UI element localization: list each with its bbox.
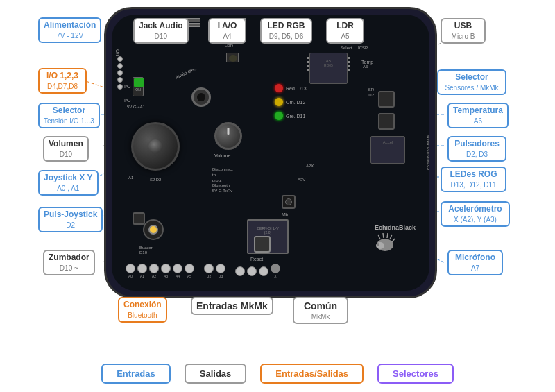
rgb-leds: Red. D13 Orn. D12 Gre. D11 — [275, 84, 307, 120]
circuit-board: I/O I/O I/O ON 5V G +A1 — [104, 7, 437, 298]
svg-line-26 — [392, 239, 395, 242]
svg-line-23 — [383, 233, 384, 238]
on-off-switch: ON — [133, 77, 144, 96]
audio-die-label: Audio die... — [174, 65, 198, 80]
voltage-labels: 5V G +A1 — [127, 105, 145, 109]
iao-label: I A/O A4 — [208, 18, 246, 44]
svg-point-29 — [377, 244, 378, 244]
buzzer — [143, 219, 164, 240]
legend-entradas: Entradas — [101, 364, 171, 384]
io-label2: I/O — [124, 98, 130, 103]
audio-jack — [191, 87, 211, 107]
volume-knob — [214, 122, 242, 150]
svg-line-22 — [378, 235, 380, 239]
puls-joystick-button — [133, 212, 145, 225]
icsp-label: ICSP — [358, 46, 368, 50]
select-label: Select — [341, 46, 352, 50]
a1-label: A1 — [128, 176, 133, 180]
usb-label: USB Micro B — [441, 18, 486, 44]
reset-label: Reset — [250, 257, 263, 262]
board-body: I/O I/O I/O ON 5V G +A1 — [104, 7, 437, 298]
selector-tension-label: Selector Tensión I/O 1...3 — [38, 103, 100, 128]
led-red — [275, 84, 283, 92]
legend-salidas: Salidas — [185, 364, 247, 384]
svg-point-27 — [376, 242, 384, 249]
conexion-bt-label: Conexión Bluetooth — [118, 297, 167, 323]
pulsadores-buttons — [378, 91, 395, 130]
volumen-label: Volumen D10 — [43, 136, 89, 162]
zumbador-label: Zumbador D10 ~ — [43, 250, 95, 275]
ldr-label-box: LDR A5 — [326, 18, 364, 44]
left-connector — [117, 56, 123, 90]
hedgehog-logo: EchidnaBlack — [375, 224, 416, 256]
io123-label: I/O 1,2,3 D4,D7,D8 — [38, 68, 87, 94]
website-label: www.echidna.es — [427, 135, 429, 171]
bottom-legend: Entradas Salidas Entradas/Salidas Select… — [0, 364, 555, 384]
bt-text: Disconnecttoprog.Bluetooth5V G TxRv — [212, 167, 233, 194]
a6-label: A6 — [363, 65, 368, 69]
temp-label: Temp — [361, 60, 373, 65]
legend-entradas-salidas: Entradas/Salidas — [260, 364, 364, 384]
ldr-component — [226, 53, 239, 62]
board-inner: I/O I/O I/O ON 5V G +A1 — [112, 15, 429, 291]
svg-line-24 — [387, 233, 388, 238]
entradas-mkmk-label: Entradas MkMk — [191, 297, 273, 315]
io-label: I/O — [124, 84, 130, 89]
selector-sensores-label: Selector Sensores / MkMk — [437, 69, 506, 95]
led-green — [275, 112, 283, 120]
ldr-label: LDR — [225, 44, 233, 48]
buzzer-label: Buzzer — [139, 246, 153, 250]
joystick-xy-label: Joystick X Y A0 , A1 — [38, 170, 99, 196]
a3v-label: A3V — [298, 178, 305, 182]
mic-label: Mic — [282, 212, 289, 217]
microfono-label: Micrófono A7 — [447, 250, 503, 275]
a2x-label: A2X — [306, 164, 314, 168]
led-rgb-label: LED RGB D9, D5, D6 — [260, 18, 312, 44]
legend-selectores: Selectores — [377, 364, 454, 384]
pulsadores-label: Pulsadores D2, D3 — [447, 136, 506, 162]
acelerometro-label: Acelerómetro X (A2), Y (A3) — [441, 201, 510, 227]
mic-component — [282, 195, 296, 209]
button-d2 — [378, 91, 395, 108]
bottom-pins-row: A0 A1 A2 A3 A4 — [126, 264, 416, 278]
svg-line-25 — [390, 235, 392, 239]
led-yellow — [275, 98, 283, 106]
button-d3 — [378, 113, 395, 130]
io-label-left: I/O — [115, 49, 120, 56]
reset-button — [254, 236, 271, 253]
jack-audio-label: Jack Audio D10 — [133, 18, 189, 44]
temperatura-label: Temperatura A6 — [447, 103, 509, 128]
main-chip: A5 RD05 — [309, 53, 348, 84]
volume-label: Volume — [214, 153, 230, 158]
sr-label: SR — [368, 87, 374, 92]
leds-rog-label: LEDes ROG D13, D12, D11 — [441, 167, 506, 192]
joystick — [131, 122, 180, 171]
puls-joystick-label: Puls-Joystick D2 — [38, 207, 103, 232]
sj-d2-label: SJ D2 — [150, 178, 161, 182]
buzzer-d10-label: D10~ — [139, 250, 150, 255]
acelerometro-chip: Accel — [370, 136, 405, 164]
alimentacion-label: Alimentación 7V - 12V — [38, 17, 101, 43]
d2-label: D2 — [368, 93, 374, 97]
comun-mkmk-label: Común MkMk — [293, 297, 348, 324]
